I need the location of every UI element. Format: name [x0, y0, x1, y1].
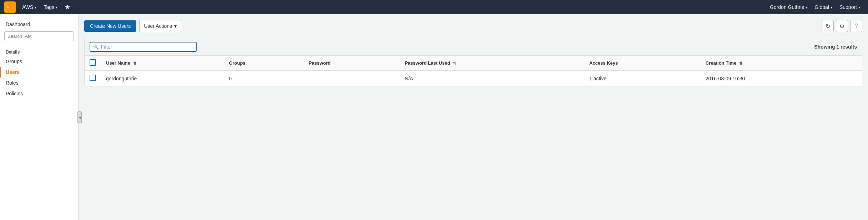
username-sort-icon: ⇅	[133, 61, 136, 65]
nav-right: Gordon Guthrie ▾ Global ▾ Support ▾	[766, 0, 864, 14]
sidebar-item-dashboard[interactable]: Dashboard	[0, 20, 78, 31]
cell-creation-time: 2016-08-09 16:30...	[701, 71, 862, 86]
help-icon: ?	[855, 23, 858, 29]
nav-global[interactable]: Global ▾	[811, 0, 836, 14]
user-actions-button[interactable]: User Actions ▾	[139, 20, 181, 32]
filter-search-icon: 🔍	[93, 44, 99, 50]
col-header-access-keys: Access Keys	[584, 56, 701, 71]
sidebar-item-policies[interactable]: Policies	[0, 88, 78, 99]
filter-bar: 🔍 Showing 1 results	[85, 38, 862, 56]
cell-access-keys: 1 active	[584, 71, 701, 86]
svg-text:≡: ≡	[7, 6, 9, 9]
col-header-password: Password	[304, 56, 400, 71]
table-header-row: User Name ⇅ Groups Password Password Las…	[85, 56, 862, 71]
refresh-icon: ↻	[826, 23, 830, 30]
password-last-used-sort-icon: ⇅	[453, 61, 456, 65]
sidebar-item-roles[interactable]: Roles	[0, 78, 78, 88]
select-all-checkbox[interactable]	[90, 59, 96, 66]
sidebar-item-groups[interactable]: Groups	[0, 56, 78, 67]
aws-chevron-icon: ▾	[35, 5, 36, 9]
col-header-groups: Groups	[224, 56, 303, 71]
sidebar-item-users[interactable]: Users	[0, 67, 78, 78]
nav-support[interactable]: Support ▾	[836, 0, 864, 14]
col-header-username[interactable]: User Name ⇅	[101, 56, 224, 71]
row-checkbox-cell[interactable]	[85, 71, 101, 86]
refresh-button[interactable]: ↻	[822, 20, 834, 32]
cell-password-last-used: N/A	[400, 71, 584, 86]
sidebar-collapse-handle[interactable]: ◂	[77, 111, 82, 123]
nav-aws[interactable]: AWS ▾	[19, 0, 40, 14]
cell-groups: 0	[224, 71, 303, 86]
user-chevron-icon: ▾	[806, 5, 807, 9]
toolbar: Create New Users User Actions ▾ ↻ ⚙ ?	[84, 20, 862, 32]
details-label: Details	[0, 47, 78, 56]
results-count: Showing 1 results	[814, 44, 857, 50]
header-checkbox-cell[interactable]	[85, 56, 101, 71]
users-table: User Name ⇅ Groups Password Password Las…	[85, 56, 862, 86]
help-button[interactable]: ?	[850, 20, 862, 32]
create-new-users-button[interactable]: Create New Users	[84, 20, 136, 32]
creation-time-sort-icon: ⇅	[739, 61, 742, 65]
col-header-creation-time[interactable]: Creation Time ⇅	[701, 56, 862, 71]
col-header-password-last-used[interactable]: Password Last Used ⇅	[400, 56, 584, 71]
table-panel: 🔍 Showing 1 results User Name ⇅	[84, 38, 862, 86]
page-body: Dashboard Details Groups Users Roles Pol…	[0, 14, 868, 220]
top-nav: ≡ AWS ▾ Tags ▾ ★ Gordon Guthrie ▾ Global…	[0, 0, 868, 14]
support-chevron-icon: ▾	[858, 5, 860, 9]
gear-icon: ⚙	[839, 23, 844, 30]
collapse-icon: ◂	[79, 115, 81, 119]
global-chevron-icon: ▾	[831, 5, 832, 9]
filter-input-wrap: 🔍	[90, 42, 197, 52]
filter-input[interactable]	[101, 44, 193, 50]
nav-favorites[interactable]: ★	[61, 3, 74, 11]
cell-password	[304, 71, 400, 86]
sidebar: Dashboard Details Groups Users Roles Pol…	[0, 14, 79, 220]
nav-user[interactable]: Gordon Guthrie ▾	[766, 0, 811, 14]
aws-logo[interactable]: ≡	[4, 1, 16, 13]
toolbar-right: ↻ ⚙ ?	[822, 20, 862, 32]
user-actions-chevron-icon: ▾	[174, 23, 177, 29]
nav-tags[interactable]: Tags ▾	[40, 0, 61, 14]
row-checkbox[interactable]	[90, 75, 96, 81]
main-content: Create New Users User Actions ▾ ↻ ⚙ ?	[79, 14, 868, 220]
search-input[interactable]	[4, 31, 74, 41]
settings-button[interactable]: ⚙	[836, 20, 848, 32]
cell-username[interactable]: gordonguthrie	[101, 71, 224, 86]
table-row: gordonguthrie 0 N/A 1 active 2016-08-09 …	[85, 71, 862, 86]
tags-chevron-icon: ▾	[56, 5, 57, 9]
